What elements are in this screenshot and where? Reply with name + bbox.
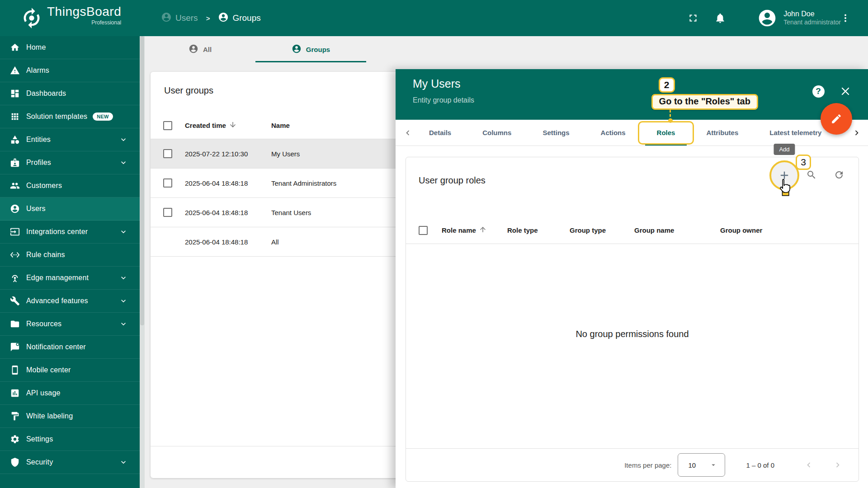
- sidebar-item-advanced-features[interactable]: Advanced features: [0, 290, 140, 313]
- sidebar-item-edge-management[interactable]: Edge management: [0, 267, 140, 290]
- fullscreen-icon[interactable]: [683, 8, 703, 28]
- sidebar-item-resources[interactable]: Resources: [0, 313, 140, 336]
- name-cell: Tenant Administrators: [271, 179, 336, 187]
- column-role-type[interactable]: Role type: [507, 226, 570, 234]
- logo-title: ThingsBoard: [47, 5, 121, 19]
- close-icon[interactable]: [837, 83, 854, 99]
- tab-all[interactable]: All: [145, 36, 255, 63]
- sidebar-item-home[interactable]: Home: [0, 36, 140, 59]
- row-checkbox[interactable]: [163, 149, 172, 158]
- column-group-name[interactable]: Group name: [634, 226, 720, 234]
- created-time-cell: 2025-06-04 18:48:18: [185, 209, 271, 216]
- sidebar-item-label: Users: [26, 205, 46, 213]
- user-menu[interactable]: John Doe Tenant administrator: [757, 8, 841, 28]
- panel-tab-columns[interactable]: Columns: [471, 120, 523, 145]
- sidebar-scrollbar-thumb[interactable]: [140, 36, 144, 325]
- panel-title: My Users: [413, 77, 461, 90]
- sidebar-item-label: Customers: [26, 182, 62, 190]
- tabs-scroll-left-icon[interactable]: [401, 120, 415, 146]
- sidebar-item-solution-templates[interactable]: Solution templatesNEW: [0, 105, 140, 128]
- column-name[interactable]: Name: [271, 122, 290, 129]
- advanced-icon: [10, 296, 20, 306]
- thingsboard-app: ThingsBoard Professional Users>Groups Jo…: [0, 0, 868, 488]
- panel-tab-details[interactable]: Details: [417, 120, 463, 145]
- sidebar-item-customers[interactable]: Customers: [0, 174, 140, 197]
- tab-groups[interactable]: Groups: [255, 36, 366, 63]
- mobile-icon: [10, 365, 20, 375]
- name-cell: All: [271, 238, 279, 246]
- settings-icon: [10, 434, 20, 444]
- row-checkbox[interactable]: [163, 178, 172, 188]
- sidebar-item-security[interactable]: Security: [0, 451, 140, 474]
- sidebar-item-rule-chains[interactable]: Rule chains: [0, 244, 140, 267]
- hand-cursor-icon: [777, 178, 793, 196]
- panel-tab-actions[interactable]: Actions: [589, 120, 637, 145]
- select-all-checkbox[interactable]: [163, 121, 172, 130]
- sidebar: HomeAlarmsDashboardsSolution templatesNE…: [0, 36, 145, 488]
- help-icon[interactable]: ?: [810, 83, 826, 99]
- column-group-type[interactable]: Group type: [570, 226, 634, 234]
- sort-desc-icon: [229, 121, 237, 131]
- sidebar-item-notification-center[interactable]: Notification center: [0, 336, 140, 359]
- tabs-scroll-right-icon[interactable]: [850, 120, 863, 146]
- refresh-icon[interactable]: [830, 166, 848, 184]
- breadcrumb-item-groups[interactable]: Groups: [218, 12, 260, 24]
- chevron-down-icon: [119, 296, 128, 305]
- user-group-roles-card: User group roles Add 3: [406, 157, 859, 482]
- column-group-owner[interactable]: Group owner: [720, 226, 859, 234]
- white-labeling-icon: [10, 411, 20, 421]
- chevron-down-icon: [119, 135, 128, 144]
- next-page-icon[interactable]: [829, 456, 847, 474]
- integrations-icon: [10, 227, 20, 237]
- account-circle-icon: [189, 44, 198, 55]
- sidebar-item-mobile-center[interactable]: Mobile center: [0, 359, 140, 382]
- chevron-down-icon: [119, 458, 128, 467]
- sidebar-item-label: Solution templates: [26, 113, 87, 121]
- row-checkbox[interactable]: [163, 208, 172, 217]
- panel-tab-attributes[interactable]: Attributes: [694, 120, 750, 145]
- created-time-cell: 2025-06-04 18:48:18: [185, 238, 271, 246]
- solution-templates-icon: [10, 112, 20, 122]
- logo-gear-icon: [20, 6, 43, 30]
- sidebar-item-api-usage[interactable]: API usage: [0, 382, 140, 405]
- panel-tab-settings[interactable]: Settings: [531, 120, 581, 145]
- breadcrumb-separator: >: [206, 14, 210, 22]
- chevron-down-icon: [119, 227, 128, 236]
- callout-connector-dot: [668, 118, 673, 123]
- items-per-page-select[interactable]: 10: [678, 453, 725, 477]
- sidebar-item-label: Notification center: [26, 343, 86, 351]
- sidebar-item-label: Alarms: [26, 66, 49, 75]
- sidebar-item-profiles[interactable]: Profiles: [0, 151, 140, 174]
- sidebar-item-label: API usage: [26, 389, 61, 397]
- security-icon: [10, 457, 20, 467]
- users-icon: [10, 204, 20, 214]
- panel-tab-roles[interactable]: RolesGo to the "Roles" tab2: [645, 120, 687, 145]
- previous-page-icon[interactable]: [800, 456, 818, 474]
- breadcrumb-item-users[interactable]: Users: [161, 12, 198, 24]
- sidebar-scrollbar-track: [140, 36, 145, 488]
- bell-icon[interactable]: [710, 8, 730, 28]
- panel-header: My Users Entity group details ?: [396, 69, 868, 120]
- sidebar-item-dashboards[interactable]: Dashboards: [0, 82, 140, 105]
- column-created-time[interactable]: Created time: [185, 121, 271, 131]
- roles-select-all-checkbox[interactable]: [419, 226, 428, 235]
- sidebar-item-settings[interactable]: Settings: [0, 428, 140, 451]
- sidebar-item-label: Settings: [26, 435, 53, 443]
- sidebar-item-entities[interactable]: Entities: [0, 128, 140, 151]
- panel-subtitle: Entity group details: [413, 96, 474, 104]
- sidebar-item-users[interactable]: Users: [0, 197, 140, 221]
- sidebar-item-label: Entities: [26, 136, 51, 144]
- column-role-name[interactable]: Role name: [442, 225, 507, 235]
- kebab-menu-icon[interactable]: [835, 8, 855, 28]
- new-badge: NEW: [93, 113, 113, 121]
- chevron-down-icon: [119, 319, 128, 328]
- sidebar-item-white-labeling[interactable]: White labeling: [0, 405, 140, 428]
- chevron-down-icon: [119, 273, 128, 282]
- sidebar-item-alarms[interactable]: Alarms: [0, 59, 140, 82]
- edit-fab-button[interactable]: [821, 103, 852, 135]
- dashboards-icon: [10, 89, 20, 99]
- main-content: AllGroups User groups Created time Name …: [145, 36, 868, 488]
- sidebar-item-label: Home: [26, 43, 46, 52]
- account-circle-icon: [292, 44, 302, 55]
- sidebar-item-integrations-center[interactable]: Integrations center: [0, 221, 140, 244]
